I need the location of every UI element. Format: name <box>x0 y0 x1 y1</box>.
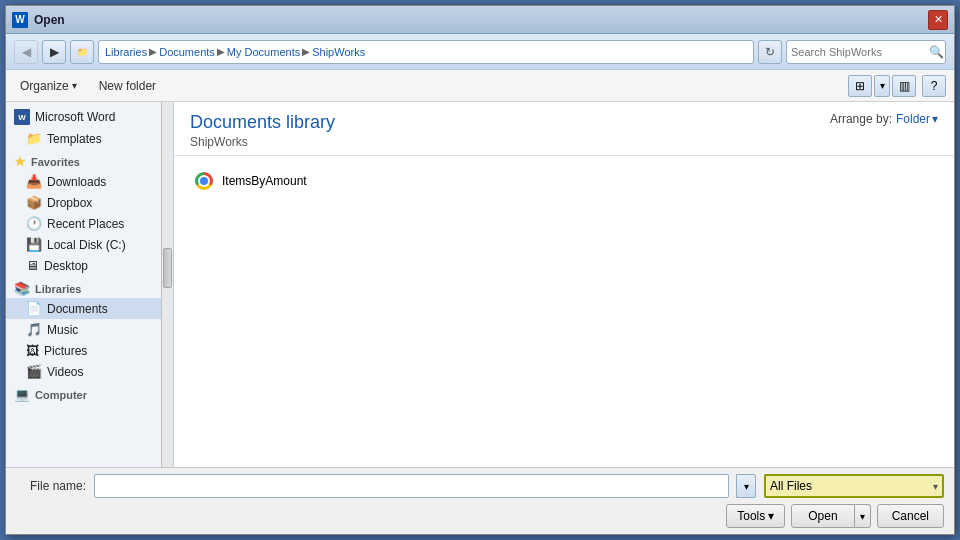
open-dropdown-button[interactable]: ▾ <box>855 504 871 528</box>
sidebar-item-downloads[interactable]: 📥 Downloads <box>6 171 161 192</box>
open-dialog: W Open ✕ ◀ ▶ 📁 Libraries ▶ Documents ▶ M… <box>5 5 955 535</box>
sidebar-item-videos[interactable]: 🎬 Videos <box>6 361 161 382</box>
breadcrumb-shipworks[interactable]: ShipWorks <box>312 46 365 58</box>
view-controls: ⊞ ▾ ▥ ? <box>848 75 946 97</box>
filename-input[interactable] <box>94 474 729 498</box>
organize-button[interactable]: Organize ▾ <box>14 77 83 95</box>
breadcrumb-mydocuments[interactable]: My Documents <box>227 46 300 58</box>
nav-toolbar: ◀ ▶ 📁 Libraries ▶ Documents ▶ My Documen… <box>6 34 954 70</box>
sidebar-item-recent-places[interactable]: 🕐 Recent Places <box>6 213 161 234</box>
view-dropdown-button[interactable]: ▾ <box>874 75 890 97</box>
up-button[interactable]: 📁 <box>70 40 94 64</box>
videos-icon: 🎬 <box>26 364 42 379</box>
scrollbar-thumb[interactable] <box>163 248 172 288</box>
filename-label: File name: <box>16 479 86 493</box>
search-icon[interactable]: 🔍 <box>929 45 944 59</box>
close-button[interactable]: ✕ <box>928 10 948 30</box>
sidebar-libraries-header: 📚 Libraries <box>6 276 161 298</box>
panel-title-area: Documents library ShipWorks <box>190 112 335 149</box>
recent-icon: 🕐 <box>26 216 42 231</box>
music-icon: 🎵 <box>26 322 42 337</box>
tools-button[interactable]: Tools ▾ <box>726 504 785 528</box>
breadcrumb-libraries[interactable]: Libraries <box>105 46 147 58</box>
word-icon: W <box>14 109 30 125</box>
disk-icon: 💾 <box>26 237 42 252</box>
search-box: 🔍 <box>786 40 946 64</box>
dropbox-icon: 📦 <box>26 195 42 210</box>
sidebar-item-pictures[interactable]: 🖼 Pictures <box>6 340 161 361</box>
new-folder-button[interactable]: New folder <box>93 77 162 95</box>
sidebar-item-dropbox[interactable]: 📦 Dropbox <box>6 192 161 213</box>
title-bar-left: W Open <box>12 12 65 28</box>
desktop-icon: 🖥 <box>26 258 39 273</box>
action-bar: Organize ▾ New folder ⊞ ▾ ▥ ? <box>6 70 954 102</box>
arrange-by-button[interactable]: Folder ▾ <box>896 112 938 126</box>
main-panel: Documents library ShipWorks Arrange by: … <box>174 102 954 467</box>
view-grid-button[interactable]: ⊞ <box>848 75 872 97</box>
sidebar-item-local-disk[interactable]: 💾 Local Disk (C:) <box>6 234 161 255</box>
sidebar-favorites-header: ★ Favorites <box>6 149 161 171</box>
sidebar-item-templates[interactable]: 📁 Templates <box>6 128 161 149</box>
documents-icon: 📄 <box>26 301 42 316</box>
filename-dropdown-arrow[interactable]: ▾ <box>736 474 756 498</box>
sidebar-item-desktop[interactable]: 🖥 Desktop <box>6 255 161 276</box>
word-title-icon: W <box>12 12 28 28</box>
refresh-button[interactable]: ↻ <box>758 40 782 64</box>
dialog-title: Open <box>34 13 65 27</box>
panel-content: ItemsByAmount <box>174 156 954 467</box>
open-button-group: Open ▾ <box>791 504 870 528</box>
filename-row: File name: ▾ All Files ▾ <box>16 474 944 498</box>
sidebar-computer-header[interactable]: 💻 Computer <box>6 382 161 404</box>
downloads-folder-icon: 📥 <box>26 174 42 189</box>
file-icon <box>194 171 214 191</box>
computer-icon: 💻 <box>14 387 30 402</box>
sidebar: W Microsoft Word 📁 Templates ★ Favorites… <box>6 102 161 467</box>
file-item[interactable]: ItemsByAmount <box>190 168 938 194</box>
filetype-arrow: ▾ <box>933 481 938 492</box>
view-pane-button[interactable]: ▥ <box>892 75 916 97</box>
arrange-by-label: Arrange by: <box>830 112 892 126</box>
sidebar-container: W Microsoft Word 📁 Templates ★ Favorites… <box>6 102 174 467</box>
folder-icon: 📁 <box>26 131 42 146</box>
pictures-icon: 🖼 <box>26 343 39 358</box>
arrange-by: Arrange by: Folder ▾ <box>830 112 938 126</box>
file-name: ItemsByAmount <box>222 174 307 188</box>
chrome-icon <box>195 172 213 190</box>
cancel-button[interactable]: Cancel <box>877 504 944 528</box>
sidebar-item-microsoft-word[interactable]: W Microsoft Word <box>6 106 161 128</box>
buttons-row: Tools ▾ Open ▾ Cancel <box>16 504 944 528</box>
title-bar: W Open ✕ <box>6 6 954 34</box>
libraries-icon: 📚 <box>14 281 30 296</box>
help-button[interactable]: ? <box>922 75 946 97</box>
panel-title: Documents library <box>190 112 335 134</box>
content-area: W Microsoft Word 📁 Templates ★ Favorites… <box>6 102 954 467</box>
filetype-select[interactable]: All Files ▾ <box>764 474 944 498</box>
panel-subtitle: ShipWorks <box>190 135 335 149</box>
sidebar-item-music[interactable]: 🎵 Music <box>6 319 161 340</box>
sidebar-item-documents[interactable]: 📄 Documents <box>6 298 161 319</box>
open-button[interactable]: Open <box>791 504 854 528</box>
bottom-bar: File name: ▾ All Files ▾ Tools ▾ Open ▾ … <box>6 467 954 534</box>
sidebar-scrollbar[interactable] <box>161 102 173 467</box>
search-input[interactable] <box>791 46 929 58</box>
forward-button[interactable]: ▶ <box>42 40 66 64</box>
breadcrumb-documents[interactable]: Documents <box>159 46 215 58</box>
star-icon: ★ <box>14 154 26 169</box>
panel-header: Documents library ShipWorks Arrange by: … <box>174 102 954 156</box>
breadcrumb-bar[interactable]: Libraries ▶ Documents ▶ My Documents ▶ S… <box>98 40 754 64</box>
back-button[interactable]: ◀ <box>14 40 38 64</box>
